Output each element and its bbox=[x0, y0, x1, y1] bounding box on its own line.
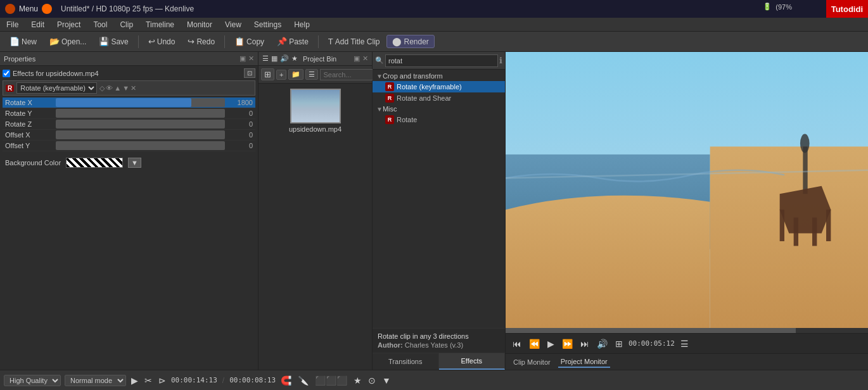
effect-rotate-keyframable[interactable]: R Rotate (keyframable) bbox=[373, 81, 505, 92]
svg-rect-3 bbox=[803, 146, 807, 194]
tl-menu-btn[interactable]: ▼ bbox=[381, 375, 392, 386]
effects-enable-checkbox[interactable] bbox=[3, 70, 10, 77]
menu-view[interactable]: View bbox=[222, 20, 244, 30]
zoom-fit-btn[interactable]: ⊞ bbox=[613, 337, 625, 350]
bin-folder-btn[interactable]: 📁 bbox=[288, 69, 303, 80]
menu-tool[interactable]: Tool bbox=[91, 20, 110, 30]
copy-button[interactable]: 📋 Copy bbox=[229, 35, 270, 48]
rotate-y-slider[interactable] bbox=[56, 109, 225, 118]
play-btn[interactable]: ▶ bbox=[546, 337, 556, 350]
jump-end-btn[interactable]: ⏭ bbox=[578, 337, 591, 350]
bg-color-preview bbox=[66, 158, 123, 168]
monitor-scrollbar[interactable] bbox=[506, 328, 868, 333]
param-row-offset-y: Offset Y 0 bbox=[3, 141, 255, 151]
effects-info-btn[interactable]: ℹ bbox=[499, 56, 502, 65]
menu-timeline[interactable]: Timeline bbox=[143, 20, 177, 30]
clip-label: upsidedown.mp4 bbox=[289, 125, 341, 133]
tl-slash: / bbox=[222, 376, 224, 385]
svg-rect-5 bbox=[780, 210, 784, 241]
category-crop-transform[interactable]: ▼ Crop and transform bbox=[373, 71, 505, 81]
copy-icon: 📋 bbox=[234, 37, 245, 46]
effects-maximize-btn[interactable]: ⊡ bbox=[244, 68, 255, 78]
bin-menu-btn[interactable]: ☰ bbox=[305, 69, 318, 80]
category-misc[interactable]: ▼ Misc bbox=[373, 104, 505, 114]
properties-content: Effects for upsidedown.mp4 ⊡ R Rotate (k… bbox=[0, 66, 258, 370]
svg-rect-6 bbox=[794, 218, 798, 246]
tab-transitions[interactable]: Transitions bbox=[373, 353, 439, 370]
project-monitor-tab[interactable]: Project Monitor bbox=[558, 356, 610, 368]
paste-icon: 📌 bbox=[277, 37, 287, 46]
project-bin-header: ☰ ▦ 🔊 ★ Project Bin ▣ ✕ bbox=[258, 52, 372, 66]
bg-color-picker-btn[interactable]: ▼ bbox=[128, 158, 141, 168]
menu-file[interactable]: File bbox=[4, 20, 21, 30]
search-icon: 🔍 bbox=[375, 56, 384, 65]
open-button[interactable]: 📂 Open... bbox=[44, 35, 92, 48]
paste-button[interactable]: 📌 Paste bbox=[271, 35, 314, 48]
menu-help[interactable]: Help bbox=[291, 20, 312, 30]
monitor-menu-btn[interactable]: ☰ bbox=[679, 337, 691, 350]
rotate-z-slider[interactable] bbox=[56, 120, 225, 129]
new-button[interactable]: 📄 New bbox=[4, 35, 42, 48]
volume-btn[interactable]: 🔊 bbox=[595, 337, 610, 350]
separator-3 bbox=[318, 35, 319, 48]
mode-select[interactable]: Normal mode bbox=[65, 375, 126, 386]
render-button[interactable]: ⬤ Render bbox=[386, 35, 434, 48]
separator-2 bbox=[224, 35, 225, 48]
bin-add-btn[interactable]: + bbox=[276, 70, 286, 80]
tl-more-btn[interactable]: ⊙ bbox=[367, 375, 377, 386]
eye-icon[interactable]: 👁 bbox=[106, 84, 113, 92]
effect-type-select[interactable]: Rotate (keyframable) bbox=[16, 82, 97, 94]
effect-row-rotate: R Rotate (keyframable) ◇ 👁 ▲ ▼ ✕ bbox=[3, 80, 255, 96]
effects-search-panel: 🔍 ℹ ▼ Crop and transform R Rotate (keyfr… bbox=[373, 52, 506, 370]
properties-panel: Properties ▣ ✕ Effects for upsidedown.mp… bbox=[0, 52, 258, 370]
monitor-timecode: 00:00:05:12 bbox=[629, 339, 675, 348]
separator-1 bbox=[138, 35, 139, 48]
bin-view-btn[interactable]: ⊞ bbox=[261, 68, 274, 80]
jump-start-btn[interactable]: ⏮ bbox=[511, 337, 523, 350]
window-title: Untitled* / HD 1080p 25 fps — Kdenlive bbox=[61, 4, 194, 13]
offset-x-slider[interactable] bbox=[56, 130, 225, 139]
title-bar: Menu Untitled* / HD 1080p 25 fps — Kdenl… bbox=[0, 0, 868, 18]
properties-icon-2: ✕ bbox=[248, 54, 254, 63]
effects-search-input[interactable] bbox=[385, 54, 498, 67]
menu-edit[interactable]: Edit bbox=[29, 20, 47, 30]
tab-effects[interactable]: Effects bbox=[439, 353, 506, 370]
effect-rotate[interactable]: R Rotate bbox=[373, 114, 505, 125]
effect-description: Rotate clip in any 3 directions Author: … bbox=[373, 328, 505, 353]
battery-icon: 🔋 bbox=[763, 3, 772, 11]
add-title-button[interactable]: T Add Title Clip bbox=[322, 35, 386, 48]
rotate-x-slider[interactable] bbox=[56, 98, 225, 107]
tl-cut-btn[interactable]: ✂ bbox=[143, 375, 153, 386]
clip-monitor-tab[interactable]: Clip Monitor bbox=[511, 357, 553, 367]
effect-badge-r2: R bbox=[385, 94, 394, 103]
clip-thumbnail[interactable] bbox=[290, 89, 341, 123]
keyframe-icon[interactable]: ◇ bbox=[99, 84, 105, 92]
tl-markers-btn[interactable]: ⬛⬛⬛ bbox=[314, 375, 348, 386]
tl-snap-btn[interactable]: 🧲 bbox=[279, 375, 293, 386]
undo-button[interactable]: ↩ Undo bbox=[143, 35, 181, 48]
offset-y-slider[interactable] bbox=[56, 141, 225, 150]
save-button[interactable]: 💾 Save bbox=[93, 35, 134, 48]
menu-project[interactable]: Project bbox=[54, 20, 83, 30]
down-icon[interactable]: ▼ bbox=[122, 84, 129, 92]
quality-select[interactable]: High Quality bbox=[4, 375, 61, 386]
delete-effect-icon[interactable]: ✕ bbox=[131, 84, 136, 92]
menu-monitor[interactable]: Monitor bbox=[184, 20, 215, 30]
save-icon: 💾 bbox=[99, 37, 109, 46]
app-logo bbox=[5, 4, 15, 14]
tl-star-btn[interactable]: ★ bbox=[352, 375, 363, 386]
redo-button[interactable]: ↪ Redo bbox=[182, 35, 220, 48]
tl-extract-btn[interactable]: ⊳ bbox=[157, 375, 167, 386]
menu-label[interactable]: Menu bbox=[19, 4, 38, 13]
up-icon[interactable]: ▲ bbox=[114, 84, 121, 92]
prev-frame-btn[interactable]: ⏪ bbox=[527, 337, 542, 350]
grid-icon: ▦ bbox=[271, 54, 278, 63]
effect-rotate-shear[interactable]: R Rotate and Shear bbox=[373, 92, 505, 104]
menu-clip[interactable]: Clip bbox=[117, 20, 136, 30]
battery-percent: (97% bbox=[775, 3, 792, 11]
tl-razor-btn[interactable]: 🔪 bbox=[297, 375, 310, 386]
next-frame-btn[interactable]: ⏩ bbox=[560, 337, 575, 350]
svg-rect-8 bbox=[826, 210, 831, 241]
menu-settings[interactable]: Settings bbox=[252, 20, 284, 30]
tl-play-btn[interactable]: ▶ bbox=[130, 375, 139, 386]
